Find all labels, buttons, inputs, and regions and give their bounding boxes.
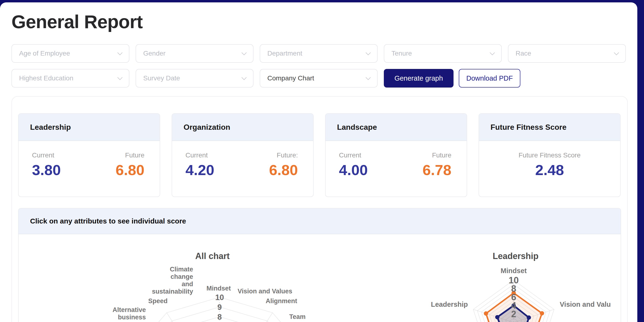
filter-placeholder: Survey Date: [143, 74, 180, 82]
filter-gender[interactable]: Gender: [136, 44, 254, 63]
future-fitness-label: Future Fitness Score: [479, 151, 620, 159]
svg-text:Speed: Speed: [148, 298, 168, 305]
future-value: 6.80: [116, 161, 144, 178]
score-card-landscape[interactable]: Landscape Current 4.00 Future 6.78: [325, 113, 467, 197]
filter-tenure[interactable]: Tenure: [384, 44, 502, 63]
filter-department[interactable]: Department: [260, 44, 378, 63]
chevron-down-icon: [242, 50, 246, 55]
filter-placeholder: Gender: [143, 50, 166, 57]
score-card-organization[interactable]: Organization Current 4.20 Future: 6.80: [172, 113, 314, 197]
future-fitness-value: 2.48: [479, 161, 620, 178]
svg-text:Alignment: Alignment: [266, 298, 297, 305]
chevron-down-icon: [490, 50, 495, 55]
page-title: General Report: [12, 11, 142, 33]
filter-placeholder: Tenure: [392, 50, 412, 57]
svg-text:Leadership: Leadership: [431, 301, 468, 308]
current-value: 3.80: [32, 161, 61, 178]
filters-row-1: Age of Employee Gender Department Tenure…: [12, 44, 626, 63]
chevron-down-icon: [614, 50, 619, 55]
card-title: Leadership: [30, 123, 71, 132]
future-label: Future: [422, 151, 451, 159]
current-label: Current: [186, 151, 214, 159]
svg-text:Vision and Values: Vision and Values: [238, 288, 292, 295]
svg-text:Alternative: Alternative: [112, 306, 146, 314]
filter-placeholder: Highest Education: [19, 74, 73, 82]
svg-text:Vision and Values: Vision and Values: [560, 301, 611, 308]
svg-text:Mindset: Mindset: [500, 267, 527, 275]
svg-text:10: 10: [215, 293, 224, 302]
filters-row-2: Highest Education Survey Date Company Ch…: [12, 69, 520, 87]
svg-text:Climate: Climate: [170, 266, 193, 273]
current-value: 4.20: [186, 161, 214, 178]
score-card-leadership[interactable]: Leadership Current 3.80 Future 6.80: [18, 113, 160, 197]
filter-age-of-employee[interactable]: Age of Employee: [12, 44, 129, 63]
chevron-down-icon: [366, 75, 371, 80]
svg-text:and: and: [182, 281, 193, 288]
chevron-down-icon: [118, 75, 122, 80]
filter-race[interactable]: Race: [508, 44, 626, 63]
chart-type-value: Company Chart: [267, 74, 314, 82]
svg-text:business: business: [118, 314, 146, 321]
future-value: 6.80: [269, 161, 298, 178]
leadership-chart-title: Leadership: [420, 251, 611, 261]
future-label: Future:: [269, 151, 298, 159]
svg-text:sustainability: sustainability: [152, 288, 193, 295]
generate-graph-button[interactable]: Generate graph: [384, 69, 454, 87]
chart-hint-banner: Click on any attributes to see individua…: [18, 209, 620, 234]
filter-placeholder: Race: [516, 50, 531, 57]
future-value: 6.78: [422, 161, 451, 178]
future-label: Future: [116, 151, 144, 159]
chevron-down-icon: [242, 75, 246, 80]
card-title: Landscape: [337, 123, 377, 132]
current-label: Current: [32, 151, 61, 159]
chevron-down-icon: [118, 50, 122, 55]
svg-text:9: 9: [218, 303, 222, 312]
svg-text:Team: Team: [289, 313, 306, 320]
current-label: Current: [339, 151, 368, 159]
score-card-future-fitness[interactable]: Future Fitness Score Future Fitness Scor…: [478, 113, 620, 197]
card-title: Organization: [184, 123, 230, 132]
filter-highest-education[interactable]: Highest Education: [12, 69, 129, 87]
filter-survey-date[interactable]: Survey Date: [136, 69, 254, 87]
all-chart-title: All chart: [91, 251, 334, 261]
download-pdf-button[interactable]: Download PDF: [459, 69, 520, 87]
filter-placeholder: Age of Employee: [19, 50, 70, 57]
svg-text:2: 2: [511, 309, 516, 319]
svg-text:change: change: [170, 273, 193, 280]
app-content-surface: General Report Age of Employee Gender De…: [0, 2, 637, 322]
svg-text:8: 8: [218, 313, 222, 321]
current-value: 4.00: [339, 161, 368, 178]
chevron-down-icon: [366, 50, 371, 55]
filter-placeholder: Department: [267, 50, 302, 57]
card-title: Future Fitness Score: [490, 123, 566, 132]
score-cards-row: Leadership Current 3.80 Future 6.80 Orga…: [18, 113, 621, 197]
svg-text:Mindset: Mindset: [206, 285, 231, 292]
chart-type-select[interactable]: Company Chart: [260, 69, 378, 87]
